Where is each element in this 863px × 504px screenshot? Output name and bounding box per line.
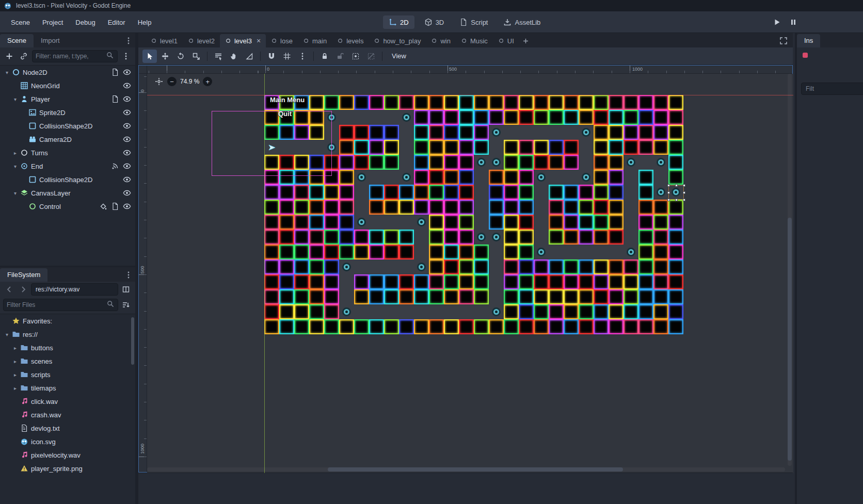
dock-splitter[interactable] — [135, 33, 138, 504]
move-tool[interactable] — [158, 50, 172, 63]
tree-expand-icon[interactable]: ▸ — [11, 150, 19, 156]
scene-tree-menu-button[interactable] — [120, 50, 132, 62]
menu-help[interactable]: Help — [132, 17, 157, 28]
dock-menu-icon[interactable] — [123, 36, 134, 46]
eye-icon[interactable] — [123, 162, 131, 170]
zoom-level[interactable]: 74.9 % — [180, 78, 199, 85]
signal-icon[interactable] — [111, 162, 119, 170]
selection-handle[interactable] — [667, 191, 670, 194]
workspace-2d-button[interactable]: 2D — [383, 15, 414, 29]
scene-filter-input[interactable] — [36, 53, 104, 60]
menu-project[interactable]: Project — [37, 17, 69, 28]
smart-snap-toggle[interactable] — [264, 50, 279, 63]
resource-icon[interactable] — [801, 51, 809, 61]
pan-tool[interactable] — [227, 50, 241, 63]
tree-row-control[interactable]: Control — [0, 200, 135, 213]
workspace-3d-button[interactable]: 3D — [419, 15, 450, 29]
workspace-script-button[interactable]: Script — [454, 15, 493, 29]
scene-tab-how-to-play[interactable]: how_to_play — [369, 34, 426, 47]
tree-collapse-icon[interactable]: ▾ — [11, 190, 19, 196]
canvas-content[interactable]: Main Menu Quit − 74.9 % + — [147, 74, 793, 473]
scene-tab-music[interactable]: Music — [456, 34, 493, 47]
tab-scene[interactable]: Scene — [0, 34, 34, 47]
tree-row-neongrid[interactable]: NeonGrid — [0, 79, 135, 92]
selection-handle[interactable] — [675, 184, 678, 187]
rotate-tool[interactable] — [173, 50, 188, 63]
eye-icon[interactable] — [123, 95, 131, 103]
tree-row-icon-svg[interactable]: icon.svg — [0, 435, 135, 448]
tree-row-end[interactable]: ▾End — [0, 159, 135, 173]
eye-icon[interactable] — [123, 189, 131, 197]
bucket-icon[interactable] — [99, 202, 107, 210]
tree-row-canvaslayer[interactable]: ▾CanvasLayer — [0, 186, 135, 200]
ruler-tool[interactable] — [242, 50, 257, 63]
scene-tab-main[interactable]: main — [298, 34, 332, 47]
history-forward-button[interactable] — [17, 283, 29, 296]
eye-icon[interactable] — [123, 149, 131, 157]
zoom-in-button[interactable]: + — [203, 77, 212, 86]
tree-row-pixelvelocity-wav[interactable]: pixelvelocity.wav — [0, 448, 135, 462]
scrollbar-handle[interactable] — [788, 218, 792, 461]
scale-tool[interactable] — [189, 50, 203, 63]
selection-handle[interactable] — [675, 199, 678, 201]
tree-row-scripts[interactable]: ▸scripts — [0, 368, 135, 381]
zoom-out-button[interactable]: − — [167, 77, 177, 86]
eye-icon[interactable] — [123, 82, 131, 90]
group-selected-button[interactable] — [348, 50, 363, 63]
close-tab-icon[interactable]: × — [257, 37, 261, 44]
tree-row-node2d[interactable]: ▾Node2D — [0, 66, 135, 79]
scene-tab-level3[interactable]: level3× — [220, 34, 266, 47]
tree-row-buttons[interactable]: ▸buttons — [0, 341, 135, 354]
select-tool[interactable] — [142, 50, 157, 63]
script-icon[interactable] — [111, 95, 119, 103]
add-node-button[interactable] — [3, 50, 15, 62]
tree-collapse-icon[interactable]: ▾ — [3, 332, 11, 337]
canvas-hscrollbar[interactable] — [147, 467, 785, 472]
tab-filesystem[interactable]: FileSystem — [0, 268, 47, 282]
menu-editor[interactable]: Editor — [102, 17, 131, 28]
tree-expand-icon[interactable]: ▸ — [11, 385, 19, 391]
eye-icon[interactable] — [123, 175, 131, 184]
filesystem-scrollbar[interactable] — [131, 316, 134, 502]
dock-menu-icon[interactable] — [123, 270, 134, 280]
tree-row-scenes[interactable]: ▸scenes — [0, 354, 135, 368]
script-icon[interactable] — [111, 68, 119, 76]
canvas-vscrollbar[interactable] — [788, 74, 792, 466]
history-back-button[interactable] — [3, 283, 15, 296]
scene-tab-lose[interactable]: lose — [266, 34, 298, 47]
expand-canvas-icon[interactable] — [778, 36, 789, 46]
scene-tab-level2[interactable]: level2 — [183, 34, 220, 47]
view-menu-button[interactable]: View — [386, 50, 412, 62]
pause-button[interactable] — [788, 17, 799, 28]
tab-inspector[interactable]: Ins — [797, 34, 820, 47]
unlock-selected-button[interactable] — [333, 50, 347, 63]
eye-icon[interactable] — [123, 68, 131, 76]
tree-expand-icon[interactable]: ▸ — [11, 345, 19, 351]
workspace-assetlib-button[interactable]: AssetLib — [498, 15, 546, 29]
sort-files-button[interactable] — [120, 299, 132, 311]
snap-options-menu[interactable] — [295, 50, 310, 63]
selection-handle[interactable] — [667, 199, 670, 201]
tree-row-player[interactable]: ▾Player — [0, 92, 135, 106]
scrollbar-handle[interactable] — [328, 467, 623, 472]
eye-icon[interactable] — [123, 202, 131, 210]
selection-handle[interactable] — [683, 191, 685, 194]
tree-expand-icon[interactable]: ▸ — [11, 372, 19, 378]
instance-scene-button[interactable] — [18, 50, 30, 62]
selection-handle[interactable] — [667, 184, 670, 187]
eye-icon[interactable] — [123, 108, 131, 117]
inspector-filter-input[interactable] — [806, 85, 863, 92]
eye-icon[interactable] — [123, 135, 131, 143]
tree-row-sprite2d[interactable]: Sprite2D — [0, 106, 135, 119]
tree-row-res-[interactable]: ▾res:// — [0, 328, 135, 341]
scene-tab-win[interactable]: win — [426, 34, 456, 47]
lock-selected-button[interactable] — [317, 50, 332, 63]
script-icon[interactable] — [111, 202, 119, 210]
new-scene-tab-button[interactable] — [519, 34, 533, 47]
tree-expand-icon[interactable]: ▸ — [11, 359, 19, 364]
center-view-icon[interactable] — [154, 77, 164, 86]
menu-debug[interactable]: Debug — [70, 17, 101, 28]
tree-row-camera2d[interactable]: Camera2D — [0, 133, 135, 146]
tree-row-click-wav[interactable]: click.wav — [0, 395, 135, 408]
scene-tab-ui[interactable]: UI — [493, 34, 519, 47]
